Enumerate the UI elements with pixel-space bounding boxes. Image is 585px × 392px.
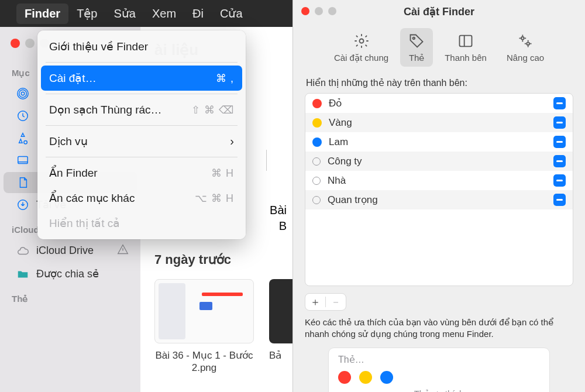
svg-point-6: [359, 39, 363, 43]
window-controls: [301, 7, 336, 15]
warning-icon: [117, 243, 129, 258]
tab-label: Thẻ: [409, 53, 425, 63]
favorite-tags-title: Thẻ…: [338, 354, 540, 365]
menu-hide-others[interactable]: Ẩn các mục khác ⌥ ⌘ H: [41, 185, 242, 211]
left-screenshot: Finder Tệp Sửa Xem Đi Cửa Mục: [0, 0, 292, 392]
menu-about-finder[interactable]: Giới thiệu về Finder: [41, 34, 242, 59]
clock-icon: [16, 109, 29, 122]
favorite-tags-box[interactable]: Thẻ… Thẻ ưa thích: [328, 348, 550, 393]
sidebar-item-icloud-drive[interactable]: iCloud Drive: [4, 239, 137, 262]
tags-caption: Hiển thị những thẻ này trên thanh bên:: [306, 77, 573, 88]
favorite-tags-dots: [338, 371, 540, 384]
shortcut-label: ⌘ ,: [216, 72, 234, 85]
remove-tag-button: －: [326, 294, 346, 310]
file-item-partial[interactable]: Bả: [269, 279, 292, 374]
add-tag-button[interactable]: ＋: [305, 294, 325, 310]
menubar-item-go[interactable]: Đi: [184, 4, 212, 24]
svg-point-9: [521, 37, 524, 40]
tag-sidebar-toggle[interactable]: [553, 97, 566, 109]
tag-sidebar-toggle[interactable]: [553, 194, 566, 206]
menu-bar: Finder Tệp Sửa Xem Đi Cửa: [0, 0, 292, 27]
tag-color-icon: [312, 118, 322, 128]
divider: [266, 150, 267, 171]
sidebar-icon: [457, 33, 474, 49]
sidebar-item-shared[interactable]: Được chia sẻ: [4, 263, 137, 284]
menubar-item-edit[interactable]: Sửa: [105, 3, 143, 24]
minimize-icon[interactable]: [315, 7, 323, 15]
gears-icon: [517, 33, 534, 49]
close-icon[interactable]: [11, 39, 20, 48]
tag-row[interactable]: Đỏ: [305, 94, 573, 113]
tag-sidebar-toggle[interactable]: [553, 155, 566, 167]
favorite-tag-dot[interactable]: [359, 371, 372, 384]
tag-label: Vàng: [329, 117, 352, 129]
tag-label: Nhà: [328, 175, 346, 187]
tag-row[interactable]: Vàng: [305, 113, 573, 132]
menu-services[interactable]: Dịch vụ ›: [41, 129, 242, 154]
shortcut-label: ⇧ ⌘ ⌫: [191, 104, 234, 116]
menu-separator: [46, 157, 238, 157]
tab-label: Cài đặt chung: [334, 53, 388, 63]
file-label-partial: Bài: [270, 202, 287, 218]
file-item[interactable]: Bài 36 - Mục 1 - Bước 2.png: [154, 279, 254, 374]
add-remove-control: ＋ －: [305, 293, 346, 311]
menu-settings[interactable]: Cài đặt… ⌘ ,: [41, 66, 242, 91]
tab-tags[interactable]: Thẻ: [400, 28, 433, 67]
document-icon: [16, 176, 29, 189]
file-thumbnail: [269, 279, 292, 343]
minimize-icon[interactable]: [25, 39, 35, 48]
gear-icon: [353, 33, 370, 49]
tag-color-icon: [312, 177, 321, 185]
tag-label: Công ty: [328, 156, 362, 167]
finder-menu-dropdown: Giới thiệu về Finder Cài đặt… ⌘ , Dọn sạ…: [37, 30, 246, 239]
tag-label: Lam: [329, 136, 348, 148]
tag-color-icon: [312, 137, 322, 147]
tag-sidebar-toggle[interactable]: [553, 116, 566, 129]
svg-point-10: [526, 42, 529, 45]
file-thumbnail: [154, 279, 254, 343]
applications-icon: [16, 132, 29, 145]
menubar-item-finder[interactable]: Finder: [16, 4, 68, 24]
section-7-days: 7 ngày trước: [154, 252, 292, 267]
shortcut-label: ⌘ H: [211, 167, 234, 180]
menu-show-all: Hiển thị tất cả: [41, 211, 242, 236]
file-grid: Bài 36 - Mục 1 - Bước 2.png Bả: [154, 279, 292, 374]
menubar-item-window[interactable]: Cửa: [212, 3, 251, 24]
favorite-tag-dot[interactable]: [380, 371, 393, 384]
sidebar-item-label: iCloud Drive: [36, 245, 94, 257]
svg-point-0: [21, 92, 25, 95]
cloud-icon: [16, 245, 29, 257]
favorites-hint: Kéo các thẻ ưa thích của bạn vào vùng bê…: [305, 317, 573, 341]
tag-row[interactable]: Quan trọng: [305, 190, 573, 209]
tag-sidebar-toggle[interactable]: [553, 174, 566, 187]
tag-row[interactable]: Nhà: [305, 171, 573, 190]
tag-sidebar-toggle[interactable]: [553, 136, 566, 148]
menu-empty-trash[interactable]: Dọn sạch Thùng rác… ⇧ ⌘ ⌫: [41, 97, 242, 122]
tag-label: Quan trọng: [328, 194, 378, 206]
zoom-icon[interactable]: [328, 7, 336, 15]
menu-separator: [46, 62, 238, 63]
close-icon[interactable]: [301, 7, 309, 15]
settings-body: Hiển thị những thẻ này trên thanh bên: Đ…: [293, 77, 585, 392]
sidebar-section-tags: Thẻ: [0, 286, 140, 308]
svg-point-1: [19, 90, 27, 98]
menu-hide-finder[interactable]: Ẩn Finder ⌘ H: [41, 160, 242, 185]
apple-logo-icon[interactable]: [5, 10, 16, 17]
tab-sidebar[interactable]: Thanh bên: [436, 28, 495, 67]
tab-general[interactable]: Cài đặt chung: [326, 28, 397, 67]
favorite-tag-dot[interactable]: [338, 371, 351, 384]
settings-titlebar: Cài đặt Finder: [293, 0, 585, 23]
menubar-item-file[interactable]: Tệp: [68, 3, 105, 24]
menu-separator: [46, 125, 238, 126]
favorite-tags-caption: Thẻ ưa thích: [338, 388, 540, 393]
tag-row[interactable]: Công ty: [305, 152, 573, 171]
file-label: Bả: [269, 349, 292, 362]
tag-icon: [408, 33, 425, 49]
menubar-item-view[interactable]: Xem: [144, 4, 184, 24]
tab-advanced[interactable]: Nâng cao: [498, 28, 552, 67]
tag-color-icon: [312, 99, 322, 108]
tag-row[interactable]: Lam: [305, 132, 573, 152]
file-label-partial: B: [270, 218, 287, 234]
sidebar-item-label: Được chia sẻ: [36, 267, 99, 280]
svg-rect-4: [18, 157, 28, 164]
